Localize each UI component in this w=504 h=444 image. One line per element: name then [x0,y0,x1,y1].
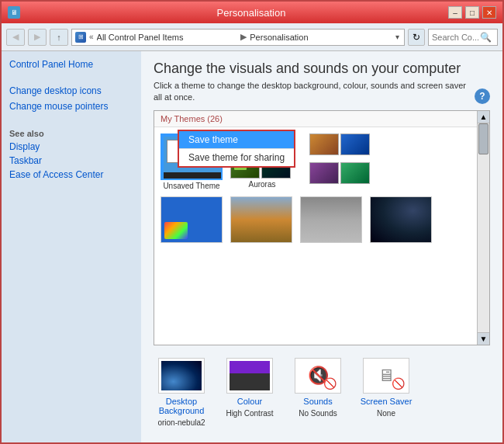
theme-extra-3[interactable] [309,162,339,184]
sounds-no-icon: 🚫 [323,377,337,390]
colour-icon [230,361,270,390]
main-content: Control Panel Home Change desktop icons … [2,51,502,442]
see-also-label: See also [9,129,133,138]
window-title: Personalisation [54,7,448,19]
address-dropdown-arrow[interactable]: ▾ [394,33,401,41]
theme-extra-4[interactable] [340,162,370,184]
gray-preview [300,196,362,243]
search-icon[interactable]: 🔍 [480,32,492,43]
up-button[interactable]: ↑ [50,29,68,46]
screen-saver-icon: 🖥 🚫 [366,361,406,390]
desktop-bg-sublabel: orion-nebula2 [157,418,205,427]
forward-button[interactable]: ▶ [28,29,47,46]
search-input[interactable] [432,33,478,42]
breadcrumb-separator: ▶ [240,32,247,42]
desktop-bg-label[interactable]: Desktop Background [154,397,209,415]
sidebar-item-display[interactable]: Display [9,141,133,152]
scroll-track [478,123,489,332]
dark-space-preview [370,196,432,243]
unsaved-theme-label: Unsaved Theme [163,182,219,190]
screen-saver-item: 🖥 🚫 Screen Saver None [358,358,414,418]
sidebar-item-change-mouse-pointers[interactable]: Change mouse pointers [9,101,133,112]
sounds-label[interactable]: Sounds [303,397,332,406]
autumn-preview [230,196,292,243]
sidebar-item-change-desktop-icons[interactable]: Change desktop icons [9,85,133,96]
content-text-block: Change the visuals and sounds on your co… [154,61,475,104]
see-also-section: See also Display Taskbar Ease of Access … [9,129,133,180]
desktop-bg-icon-wrap[interactable] [158,358,205,394]
aurora-theme-label: Auroras [248,180,275,189]
unsaved-taskbar-mock [164,172,223,180]
scroll-thumb[interactable] [478,123,488,154]
close-button[interactable]: ✕ [482,6,496,19]
theme-panel-scrollbar: ▲ ▼ [477,111,489,345]
content-header-row: Change the visuals and sounds on your co… [154,61,490,104]
minimize-button[interactable]: – [448,6,462,19]
save-theme-dropdown: Save theme Save theme for sharing [178,130,295,168]
sounds-icon: 🔇 🚫 [298,361,338,390]
gray-img [301,197,361,242]
refresh-button[interactable]: ↻ [408,29,425,46]
screen-saver-icon-wrap[interactable]: 🖥 🚫 [363,358,409,394]
theme-extra-2[interactable] [340,134,370,155]
theme-dark-space[interactable] [370,196,432,243]
sounds-sublabel: No Sounds [299,409,337,418]
sidebar-item-control-panel-home[interactable]: Control Panel Home [9,59,133,70]
themes-row2 [154,196,489,249]
scroll-down-button[interactable]: ▼ [478,332,489,345]
title-bar: 🖥 Personalisation – □ ✕ [2,2,502,23]
help-button[interactable]: ? [475,88,490,104]
content-area: Change the visuals and sounds on your co… [141,51,502,442]
colour-item: Colour High Contrast [222,358,278,418]
ss-no-icon: 🚫 [392,377,405,390]
save-theme-sharing-button[interactable]: Save theme for sharing [179,148,294,166]
sounds-icon-wrap[interactable]: 🔇 🚫 [295,358,341,394]
theme-autumn[interactable] [230,196,292,243]
theme-colorful[interactable] [161,196,223,243]
path-part1: All Control Panel Items [97,33,238,42]
screen-saver-label[interactable]: Screen Saver [361,397,413,406]
extra-themes-group [309,134,373,190]
desktop-bg-icon [161,361,202,390]
theme-panel: My Themes (26) Save theme Save theme for… [154,110,490,345]
address-input[interactable]: ⊞ « All Control Panel Items ▶ Personalis… [71,29,405,46]
colour-icon-wrap[interactable] [226,358,273,394]
main-window: 🖥 Personalisation – □ ✕ ◀ ▶ ↑ ⊞ « All Co… [0,0,504,444]
address-bar: ◀ ▶ ↑ ⊞ « All Control Panel Items ▶ Pers… [2,23,502,51]
desktop-background-item: Desktop Background orion-nebula2 [154,358,209,427]
page-title: Change the visuals and sounds on your co… [154,61,475,77]
screen-saver-sublabel: None [377,409,395,418]
path-part2: Personalisation [250,33,391,42]
theme-gray[interactable] [300,196,362,243]
colour-sublabel: High Contrast [226,409,273,418]
dark-space-img [371,197,431,242]
scroll-up-button[interactable]: ▲ [478,111,489,123]
themes-section-header: My Themes (26) [154,111,489,127]
sidebar-item-ease-of-access[interactable]: Ease of Access Center [9,169,133,180]
save-theme-button[interactable]: Save theme [179,131,294,148]
colorful-preview [161,196,223,243]
colour-label[interactable]: Colour [237,397,262,406]
address-icon: ⊞ [75,32,86,43]
page-description: Click a theme to change the desktop back… [154,80,475,104]
search-box[interactable]: 🔍 [428,29,498,46]
sidebar-item-taskbar[interactable]: Taskbar [9,155,133,166]
autumn-img [231,197,292,242]
theme-extra-1[interactable] [309,134,339,155]
breadcrumb-arrows: « [89,33,94,41]
sounds-item: 🔇 🚫 Sounds No Sounds [290,358,346,418]
sidebar: Control Panel Home Change desktop icons … [2,51,141,442]
maximize-button[interactable]: □ [465,6,479,19]
bottom-section: Desktop Background orion-nebula2 Colour … [154,352,490,433]
window-controls: – □ ✕ [448,6,496,19]
back-button[interactable]: ◀ [6,29,25,46]
colorful-palette [164,222,188,239]
